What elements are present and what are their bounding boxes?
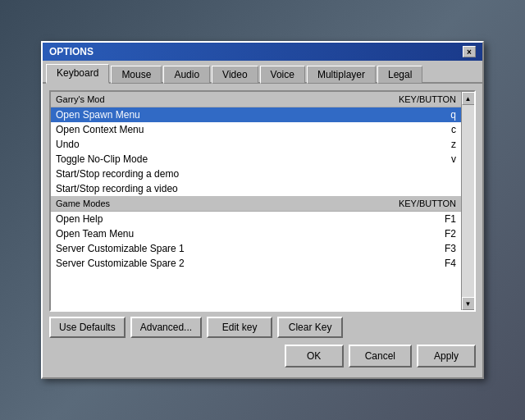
- action-label: Open Spawn Menu: [56, 109, 140, 121]
- section-key-header-garrys-mod: KEY/BUTTON: [399, 94, 456, 104]
- tab-legal[interactable]: Legal: [377, 66, 422, 84]
- list-item[interactable]: Undo z: [51, 137, 461, 152]
- title-bar: OPTIONS ×: [43, 43, 482, 61]
- section-label-game-modes: Game Modes: [56, 199, 110, 208]
- control-buttons: Use Defaults Advanced... Edit key Clear …: [49, 312, 476, 341]
- options-dialog: OPTIONS × Keyboard Mouse Audio Video Voi…: [41, 41, 484, 379]
- tab-voice[interactable]: Voice: [260, 66, 305, 84]
- tab-bar: Keyboard Mouse Audio Video Voice Multipl…: [43, 61, 482, 84]
- section-key-header-game-modes: KEY/BUTTON: [399, 199, 456, 208]
- scroll-track[interactable]: [462, 105, 474, 297]
- scroll-up-button[interactable]: ▲: [462, 92, 475, 105]
- tab-keyboard[interactable]: Keyboard: [46, 64, 109, 84]
- list-item[interactable]: Open Context Menu c: [51, 122, 461, 137]
- advanced-button[interactable]: Advanced...: [130, 317, 202, 338]
- action-label: Open Team Menu: [56, 228, 134, 240]
- scrollbar[interactable]: ▲ ▼: [461, 92, 474, 310]
- tab-audio[interactable]: Audio: [163, 66, 210, 84]
- action-label: Toggle No-Clip Mode: [56, 153, 148, 165]
- list-item[interactable]: Toggle No-Clip Mode v: [51, 152, 461, 167]
- action-label: Start/Stop recording a demo: [56, 168, 179, 180]
- ok-button[interactable]: OK: [285, 345, 344, 368]
- key-label: v: [451, 153, 456, 165]
- tab-mouse[interactable]: Mouse: [111, 66, 162, 84]
- key-label: F4: [445, 258, 456, 269]
- section-label-garrys-mod: Garry's Mod: [56, 94, 105, 104]
- keybinding-list: Garry's Mod KEY/BUTTON Open Spawn Menu q…: [49, 90, 476, 312]
- tab-content: Garry's Mod KEY/BUTTON Open Spawn Menu q…: [43, 84, 482, 377]
- scroll-down-button[interactable]: ▼: [462, 297, 475, 310]
- tab-multiplayer[interactable]: Multiplayer: [307, 66, 376, 84]
- action-buttons: OK Cancel Apply: [49, 341, 476, 371]
- action-label: Server Customizable Spare 2: [56, 258, 185, 269]
- key-label: z: [451, 139, 456, 150]
- list-item[interactable]: Server Customizable Spare 1 F3: [51, 241, 461, 256]
- list-scroll-area[interactable]: Garry's Mod KEY/BUTTON Open Spawn Menu q…: [51, 92, 461, 310]
- section-header-game-modes: Game Modes KEY/BUTTON: [51, 196, 461, 212]
- list-item[interactable]: Open Help F1: [51, 212, 461, 226]
- key-label: F2: [445, 228, 456, 240]
- action-label: Start/Stop recording a video: [56, 183, 178, 194]
- section-header-garrys-mod: Garry's Mod KEY/BUTTON: [51, 92, 461, 107]
- action-label: Undo: [56, 139, 80, 150]
- apply-button[interactable]: Apply: [417, 345, 476, 368]
- close-button[interactable]: ×: [463, 46, 476, 57]
- cancel-button[interactable]: Cancel: [349, 345, 412, 368]
- key-label: c: [451, 124, 456, 135]
- key-label: F3: [445, 243, 456, 254]
- list-item[interactable]: Server Customizable Spare 2 F4: [51, 256, 461, 271]
- dialog-title: OPTIONS: [49, 46, 94, 57]
- action-label: Open Help: [56, 213, 103, 225]
- list-item[interactable]: Open Spawn Menu q: [51, 107, 461, 122]
- list-item[interactable]: Start/Stop recording a demo: [51, 167, 461, 181]
- key-label: F1: [445, 213, 456, 225]
- action-label: Open Context Menu: [56, 124, 144, 135]
- list-item[interactable]: Start/Stop recording a video: [51, 181, 461, 196]
- action-label: Server Customizable Spare 1: [56, 243, 185, 254]
- edit-key-button[interactable]: Edit key: [207, 317, 272, 338]
- use-defaults-button[interactable]: Use Defaults: [49, 317, 126, 338]
- key-label: q: [450, 109, 456, 121]
- clear-key-button[interactable]: Clear Key: [277, 317, 343, 338]
- tab-video[interactable]: Video: [212, 66, 258, 84]
- list-item[interactable]: Open Team Menu F2: [51, 226, 461, 241]
